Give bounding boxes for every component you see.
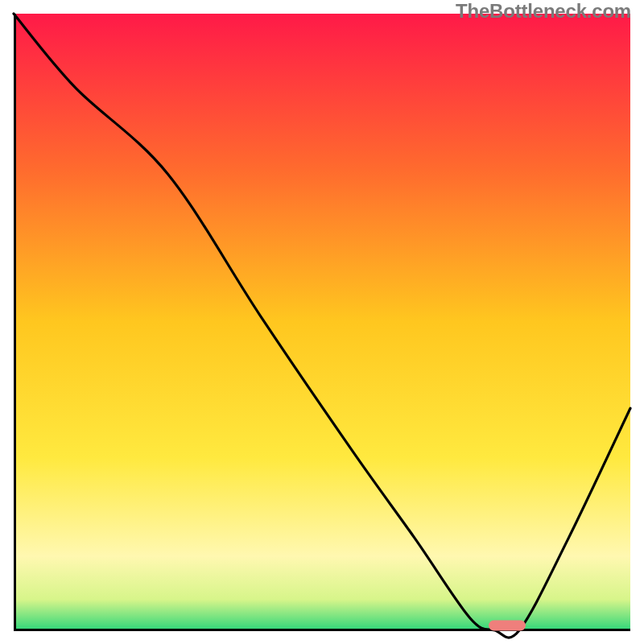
optimal-marker xyxy=(489,621,526,631)
bottleneck-chart: TheBottleneck.com xyxy=(0,0,644,644)
svg-rect-0 xyxy=(14,14,630,630)
watermark-text: TheBottleneck.com xyxy=(456,0,631,23)
x-axis xyxy=(14,629,630,631)
plot-area xyxy=(14,14,630,630)
y-axis xyxy=(14,14,16,630)
gradient-background xyxy=(14,14,630,630)
